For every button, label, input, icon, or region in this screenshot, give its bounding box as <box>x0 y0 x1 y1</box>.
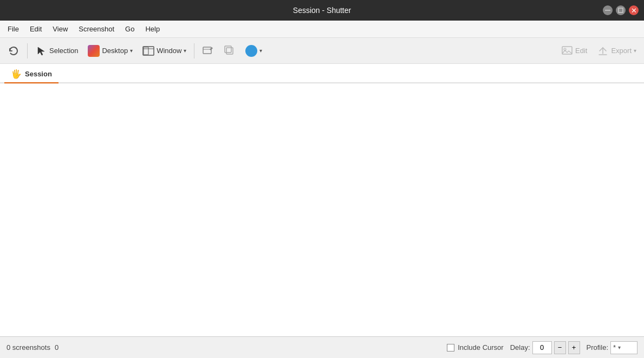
export-dropdown-arrow: ▾ <box>634 48 636 54</box>
include-cursor-label: Include Cursor <box>458 343 504 352</box>
menu-help[interactable]: Help <box>140 23 165 35</box>
profile-dropdown-arrow: ▾ <box>618 344 621 350</box>
edit-screenshot-icon <box>202 45 214 57</box>
window-icon <box>142 45 154 57</box>
svg-rect-0 <box>605 10 610 11</box>
record-dropdown-arrow: ▾ <box>259 48 262 54</box>
delay-increase-button[interactable]: + <box>568 341 580 354</box>
session-tab-label: Session <box>25 70 52 78</box>
svg-rect-9 <box>562 47 572 54</box>
close-button[interactable]: ✕ <box>629 5 639 15</box>
edit-screenshot-button[interactable] <box>198 41 218 61</box>
session-tab-icon: 🖐️ <box>11 69 22 79</box>
profile-control: Profile: * ▾ <box>587 341 638 354</box>
menu-view[interactable]: View <box>47 23 73 35</box>
tab-bar: 🖐️ Session <box>0 64 644 83</box>
delay-decrease-button[interactable]: − <box>554 341 566 354</box>
main-content <box>0 83 644 336</box>
screenshots-count: 0 screenshots <box>6 343 50 352</box>
status-bar: 0 screenshots 0 Include Cursor Delay: − … <box>0 336 644 358</box>
desktop-dropdown-arrow: ▾ <box>130 48 133 54</box>
svg-rect-5 <box>203 47 211 54</box>
refresh-icon <box>8 45 19 57</box>
desktop-label: Desktop <box>102 47 128 55</box>
tab-session[interactable]: 🖐️ Session <box>4 66 58 83</box>
screenshots-size: 0 <box>55 343 58 352</box>
separator-1 <box>27 43 28 58</box>
menu-go[interactable]: Go <box>120 23 140 35</box>
include-cursor-control[interactable]: Include Cursor <box>447 343 504 352</box>
window-label: Window <box>157 47 181 55</box>
selection-button[interactable]: Selection <box>31 41 82 61</box>
status-right: Include Cursor Delay: − + Profile: * ▾ <box>447 341 638 354</box>
toolbar: Selection Desktop ▾ Window ▾ <box>0 38 644 64</box>
export-button[interactable]: Export ▾ <box>593 41 641 61</box>
title-bar: Session - Shutter ✕ <box>0 0 644 21</box>
export-label: Export <box>611 47 632 55</box>
menu-file[interactable]: File <box>2 23 24 35</box>
status-left: 0 screenshots 0 <box>6 343 58 352</box>
delay-input[interactable] <box>532 341 552 354</box>
window-button[interactable]: Window ▾ <box>138 41 191 61</box>
profile-select[interactable]: * ▾ <box>610 341 638 354</box>
profile-value: * <box>613 343 616 352</box>
copy-icon <box>224 45 236 57</box>
svg-rect-7 <box>226 48 233 54</box>
copy-button[interactable] <box>219 41 240 61</box>
svg-rect-8 <box>225 46 231 53</box>
delay-control: Delay: − + <box>510 341 580 354</box>
record-icon <box>245 45 257 57</box>
desktop-button[interactable]: Desktop ▾ <box>83 41 137 61</box>
profile-label: Profile: <box>587 343 608 352</box>
delay-label: Delay: <box>510 343 530 352</box>
refresh-button[interactable] <box>3 41 24 61</box>
desktop-icon <box>88 45 100 57</box>
svg-rect-3 <box>144 47 148 55</box>
minimize-button[interactable] <box>603 5 613 15</box>
include-cursor-checkbox[interactable] <box>447 344 454 352</box>
selection-label: Selection <box>49 47 78 55</box>
separator-2 <box>194 43 194 58</box>
menu-screenshot[interactable]: Screenshot <box>73 23 120 35</box>
window-dropdown-arrow: ▾ <box>184 48 186 54</box>
edit-image-button[interactable]: Edit <box>557 41 591 61</box>
cursor-icon <box>35 45 47 57</box>
export-icon <box>597 45 609 57</box>
window-controls: ✕ <box>603 5 639 15</box>
window-title: Session - Shutter <box>293 6 351 15</box>
svg-rect-1 <box>619 8 623 12</box>
record-button[interactable]: ▾ <box>241 41 266 61</box>
edit-image-icon <box>561 45 573 57</box>
menu-edit[interactable]: Edit <box>24 23 47 35</box>
maximize-button[interactable] <box>616 5 626 15</box>
edit-label: Edit <box>575 47 587 55</box>
menu-bar: File Edit View Screenshot Go Help <box>0 21 644 38</box>
